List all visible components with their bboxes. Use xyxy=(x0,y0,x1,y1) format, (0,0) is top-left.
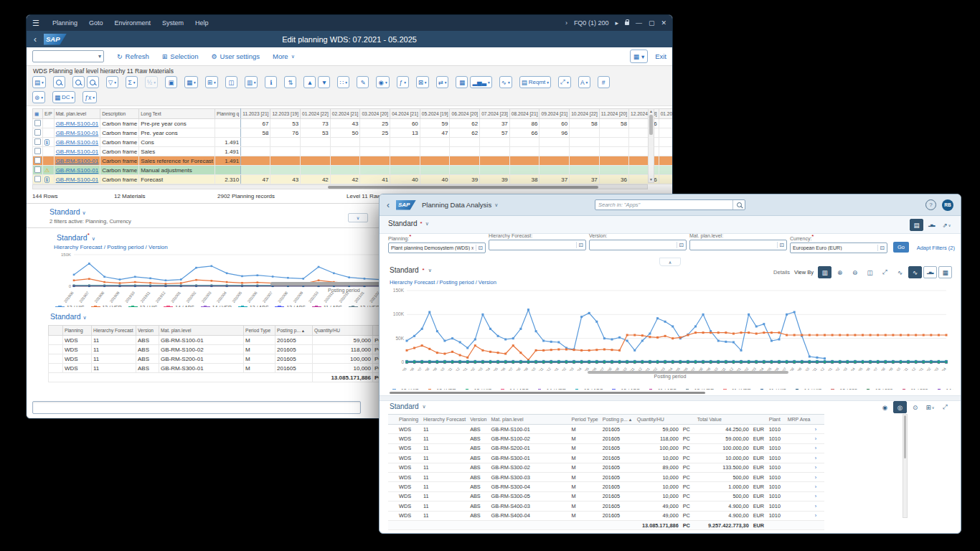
settings-button[interactable]: ⊙ xyxy=(908,401,922,413)
value-cell[interactable]: 76 xyxy=(270,128,301,138)
value-cell[interactable]: 38 xyxy=(509,175,540,184)
table-row[interactable]: WDS11ABSGB-RM-S100-02M201605118,000PC59.… xyxy=(388,434,824,443)
menu-help[interactable]: Help xyxy=(195,19,209,27)
value-cell[interactable]: 62 xyxy=(450,128,480,138)
value-cell[interactable] xyxy=(540,138,570,147)
value-cell[interactable]: 41 xyxy=(360,175,390,184)
value-cell[interactable] xyxy=(390,156,420,166)
table-row[interactable]: GB-RM-S100-01Carbon frameSales1.491 xyxy=(33,147,674,156)
value-cell[interactable] xyxy=(330,147,360,156)
column-header[interactable]: Description xyxy=(100,109,139,119)
column-header[interactable]: Posting p... ▴ xyxy=(275,326,313,336)
legend-item[interactable]: 14 / VER xyxy=(535,388,566,390)
legend-item[interactable]: 13 / HIS xyxy=(463,388,492,390)
chart-variant-selector[interactable]: Standard*∨ xyxy=(390,266,432,274)
grid-horizontal-scrollbar[interactable] xyxy=(32,184,648,189)
month-column-header[interactable]: 01.2024 [22] xyxy=(301,109,331,119)
value-cell[interactable]: 40 xyxy=(420,175,450,184)
value-cell[interactable] xyxy=(301,166,331,175)
planning-input[interactable]: Plant planning Demosystem (WDS)x⊡ xyxy=(388,242,486,253)
matplanlevel-input[interactable]: ⊡ xyxy=(689,240,787,250)
value-cell[interactable]: 58 xyxy=(599,119,628,128)
value-cell[interactable]: 42 xyxy=(301,175,331,184)
fiori-line-chart[interactable]: 050K100K150K2016052016062016072016082016… xyxy=(387,286,955,371)
row-selector-cell[interactable] xyxy=(49,354,63,364)
value-cell[interactable] xyxy=(241,156,270,166)
hide-sums-button[interactable]: ◎ xyxy=(893,401,907,413)
value-cell[interactable] xyxy=(390,138,420,147)
table-row[interactable]: ℹGB-RM-S100-01Carbon frameForecast2.3104… xyxy=(33,175,674,184)
nav-cell[interactable]: › xyxy=(813,434,824,443)
month-column-header[interactable]: 11.2024 [20] xyxy=(599,109,628,119)
value-cell[interactable] xyxy=(330,156,360,166)
bar-chart-button[interactable]: ▂▅▃▾ xyxy=(470,76,491,88)
legend-item[interactable]: 13 / VER xyxy=(683,388,714,390)
value-cell[interactable] xyxy=(599,156,628,166)
table-row[interactable]: WDS11ABSGB-RM-S400-04M20160549,000PC4.90… xyxy=(388,511,824,520)
info-button[interactable]: ℹ xyxy=(265,76,277,88)
month-column-header[interactable]: 10.2024 [22] xyxy=(570,109,600,119)
value-cell[interactable] xyxy=(509,166,540,175)
column-header[interactable]: Total Value xyxy=(695,415,767,425)
token-remove-icon[interactable]: x xyxy=(471,245,473,250)
dc-indicator-button[interactable]: ▦DC▾ xyxy=(52,91,75,103)
expand-section-button[interactable]: ∨ xyxy=(348,213,368,222)
value-cell[interactable]: 60 xyxy=(540,119,570,128)
value-cell[interactable] xyxy=(570,156,600,166)
nav-cell[interactable]: › xyxy=(813,511,824,520)
table-variant-selector[interactable]: Standard ∨ xyxy=(50,312,87,321)
value-cell[interactable]: 53 xyxy=(659,119,673,128)
filter-button[interactable]: ▽▾ xyxy=(106,76,118,88)
table-row[interactable]: WDS11ABSGB-RM-S100-01M20160559,000PC xyxy=(49,336,387,345)
material-link[interactable]: GB-RM-S100-01 xyxy=(56,158,99,164)
legend-item[interactable]: 13 / ABS xyxy=(238,305,268,308)
line-chart-button[interactable]: ∿ xyxy=(908,266,922,278)
menu-environment[interactable]: Environment xyxy=(114,19,151,27)
value-cell[interactable]: 36 xyxy=(599,175,628,184)
month-column-header[interactable]: 07.2024 [23] xyxy=(480,109,510,119)
formula-button[interactable]: ƒx▾ xyxy=(83,91,97,103)
grid-view-button[interactable]: ▦ xyxy=(938,266,952,278)
table-row[interactable]: WDS11ABSGB-RM-S100-02M201605118,000PC xyxy=(49,345,387,354)
minimize-button[interactable]: — xyxy=(636,19,642,27)
row-checkbox[interactable] xyxy=(34,166,41,173)
value-cell[interactable] xyxy=(301,147,331,156)
value-cell[interactable]: 47 xyxy=(420,128,450,138)
month-column-header[interactable]: 06.2024 [20] xyxy=(450,109,480,119)
column-header[interactable]: Posting p... ▴ xyxy=(600,415,635,425)
table-row[interactable]: WDS11ABSGB-RM-S100-01M20160559,000PC44.2… xyxy=(388,425,824,434)
value-cell[interactable] xyxy=(270,156,301,166)
planning-lock-button[interactable]: ⊚▾ xyxy=(32,91,45,103)
legend-item[interactable]: 12 / VER xyxy=(91,305,122,308)
export-button[interactable]: ▦▾ xyxy=(184,76,198,88)
restore-button[interactable]: ▢ xyxy=(649,19,655,27)
value-cell[interactable]: 96 xyxy=(540,128,570,138)
column-header[interactable]: Period Type xyxy=(570,415,600,425)
value-cell[interactable] xyxy=(659,128,673,138)
command-field[interactable]: ▾ xyxy=(32,50,104,62)
table-row[interactable]: WDS11ABSGB-RM-S200-01M201605100,000PC100… xyxy=(388,443,824,453)
value-cell[interactable]: 67 xyxy=(241,119,270,128)
go-button[interactable]: Go xyxy=(893,242,909,253)
row-selector-cell[interactable] xyxy=(388,491,397,501)
value-cell[interactable]: 40 xyxy=(390,175,420,184)
nav-cell[interactable]: › xyxy=(813,443,824,453)
material-link[interactable]: GB-RM-S100-01 xyxy=(56,139,99,146)
row-selector-cell[interactable] xyxy=(388,501,397,511)
legend-item[interactable]: 13 / VER xyxy=(349,305,380,308)
value-cell[interactable] xyxy=(450,166,480,175)
search-button[interactable] xyxy=(72,76,85,88)
avatar[interactable]: RB xyxy=(942,199,953,211)
menu-planning[interactable]: Planning xyxy=(52,19,77,27)
paste-button[interactable]: ◫ xyxy=(225,76,237,88)
print-button[interactable]: ▣ xyxy=(165,76,177,88)
chart-breadcrumb[interactable]: Hierarchy Forecast / Posting period / Ve… xyxy=(54,244,168,250)
value-cell[interactable] xyxy=(570,128,600,138)
legend-item[interactable]: 11 / ABS xyxy=(312,305,342,308)
legend-item[interactable]: 12 / HIS xyxy=(390,388,419,390)
table-row[interactable]: WDS11ABSGB-RM-S400-03M20160549,000PC4.90… xyxy=(388,501,824,511)
search-next-button[interactable] xyxy=(87,76,99,88)
nav-cell[interactable]: › xyxy=(813,491,824,501)
legend-item[interactable]: 11 / ABS xyxy=(646,388,677,390)
column-header[interactable]: Planning q xyxy=(215,109,241,119)
